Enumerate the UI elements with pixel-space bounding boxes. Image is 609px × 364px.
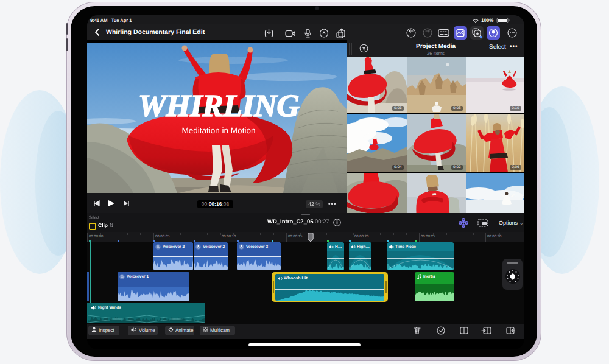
svg-text:Meditation in Motion: Meditation in Motion xyxy=(182,126,256,135)
svg-text:WHIRLING: WHIRLING xyxy=(138,89,300,124)
